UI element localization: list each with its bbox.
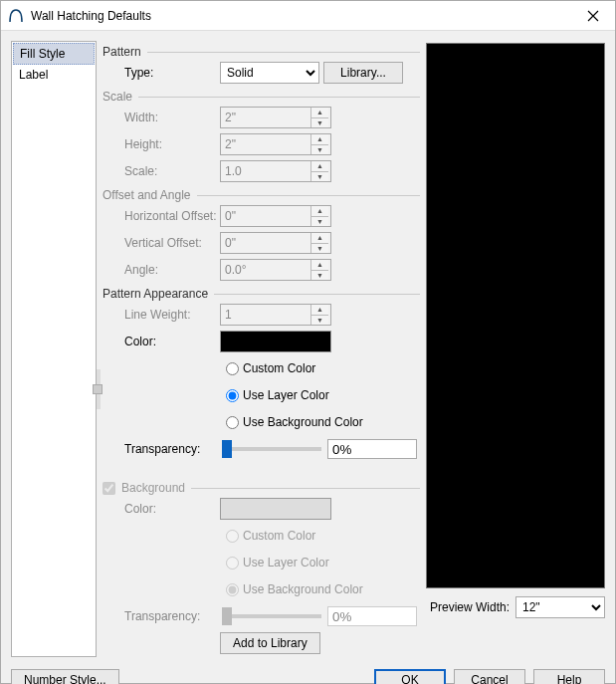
scale-spinner: ▲▼ [220,160,331,182]
hoff-spinner: ▲▼ [220,205,331,227]
add-to-library-button[interactable]: Add to Library [220,632,320,654]
sidebar: Fill Style Label [11,41,97,657]
angle-label: Angle: [103,263,220,277]
group-scale: Scale [103,90,420,104]
group-background: Background [103,481,420,495]
library-button[interactable]: Library... [323,62,403,84]
preview-column: Preview Width: 12" [426,41,605,657]
form-area: Pattern Type: Solid Library... [103,41,420,657]
color-swatch[interactable] [220,331,331,352]
transparency-slider[interactable] [222,447,321,451]
transparency-input[interactable] [327,439,417,459]
height-spinner: ▲▼ [220,133,331,155]
radio-use-background-color[interactable]: Use Background Color [220,411,363,433]
voff-label: Vertical Offset: [103,236,220,250]
type-label: Type: [103,66,220,80]
titlebar: Wall Hatching Defaults [1,1,615,31]
width-label: Width: [103,111,220,124]
bg-radio-use-background-color: Use Background Color [220,578,363,600]
tab-label[interactable]: Label [13,65,95,85]
bg-radio-custom-color: Custom Color [220,525,315,547]
app-icon [9,8,25,24]
angle-spinner: ▲▼ [220,259,331,281]
radio-custom-color[interactable]: Custom Color [220,357,315,379]
scale-label: Scale: [103,164,220,178]
lineweight-label: Line Weight: [103,308,220,322]
tab-fill-style[interactable]: Fill Style [13,43,95,65]
hoff-label: Horizontal Offset: [103,209,220,223]
group-offset: Offset and Angle [103,188,420,202]
help-button[interactable]: Help [533,669,605,684]
preview-width-label: Preview Width: [430,600,510,614]
width-spinner: ▲▼ [220,107,331,128]
bg-color-swatch [220,498,331,520]
bg-color-label: Color: [103,502,220,516]
preview-pane [426,43,605,588]
panel-splitter[interactable] [97,369,101,409]
close-button[interactable] [571,1,615,31]
bg-transparency-label: Transparency: [103,609,220,623]
number-style-button[interactable]: Number Style... [11,669,119,684]
preview-width-select[interactable]: 12" [515,596,605,618]
footer: Number Style... OK Cancel Help [1,663,615,684]
background-checkbox [103,482,115,495]
bg-radio-use-layer-color: Use Layer Color [220,552,329,573]
color-label: Color: [103,335,220,348]
group-appearance: Pattern Appearance [103,287,420,301]
close-icon [587,10,599,22]
lineweight-spinner: ▲▼ [220,304,331,326]
dialog-title: Wall Hatching Defaults [31,9,571,23]
bg-transparency-slider [222,614,321,618]
voff-spinner: ▲▼ [220,232,331,254]
height-label: Height: [103,137,220,151]
dialog-window: Wall Hatching Defaults Fill Style Label … [0,0,616,684]
type-select[interactable]: Solid [220,62,319,84]
transparency-label: Transparency: [103,442,220,456]
radio-use-layer-color[interactable]: Use Layer Color [220,384,329,406]
dialog-body: Fill Style Label Pattern Type: [1,31,615,663]
bg-transparency-input [327,606,417,626]
group-pattern: Pattern [103,45,420,59]
ok-button[interactable]: OK [374,669,446,684]
content-area: Pattern Type: Solid Library... [103,41,605,657]
cancel-button[interactable]: Cancel [454,669,525,684]
